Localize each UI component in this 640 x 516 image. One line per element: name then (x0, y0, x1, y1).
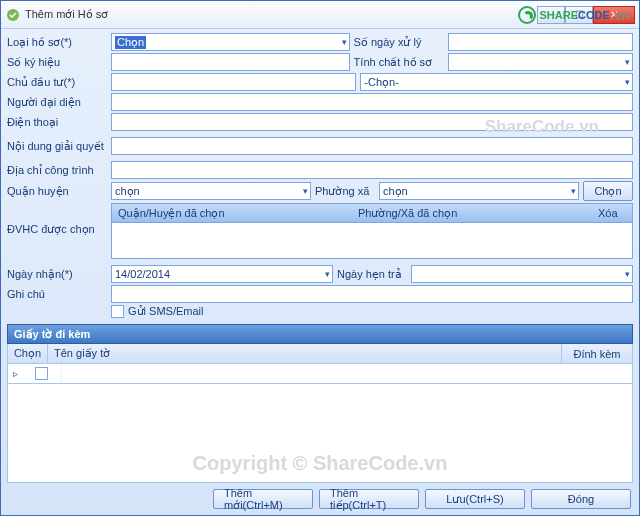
close-button[interactable]: ✕ (593, 6, 635, 24)
loai-hs-select[interactable]: Chọn (111, 33, 350, 51)
col-dinh-kem: Đính kèm (562, 344, 632, 363)
phuong-xa-select[interactable]: chọn (379, 182, 579, 200)
label-so-ngay: Số ngày xử lý (354, 36, 444, 49)
label-noi-dung: Nội dung giải quyết (7, 140, 107, 153)
label-loai-hs: Loại hồ sơ(*) (7, 36, 107, 49)
label-chu-dau-tu: Chủ đầu tư(*) (7, 76, 107, 89)
label-dien-thoai: Điện thoại (7, 116, 107, 129)
tinh-chat-select[interactable] (448, 53, 633, 71)
quan-huyen-select[interactable]: chọn (111, 182, 311, 200)
so-ky-hieu-input[interactable] (111, 53, 350, 71)
noi-dung-input[interactable] (111, 137, 633, 155)
docs-grid-header: Chọn Tên giấy tờ Đính kèm (7, 344, 633, 364)
chon-button[interactable]: Chọn (583, 181, 633, 201)
app-icon (5, 7, 21, 23)
row-indicator-icon: ▹ (8, 368, 22, 379)
label-ngay-hen: Ngày hẹn trả (337, 268, 407, 281)
minimize-button[interactable]: ─ (537, 6, 565, 24)
docs-grid-row[interactable]: ▹ (7, 364, 633, 384)
dia-chi-input[interactable] (111, 161, 633, 179)
row-checkbox[interactable] (35, 367, 48, 380)
them-tiep-button[interactable]: Thêm tiếp(Ctrl+T) (319, 489, 419, 509)
chu-dau-tu-input[interactable] (111, 73, 356, 91)
label-phuong-xa: Phường xã (315, 185, 375, 198)
col-xoa: Xóa (592, 207, 632, 219)
col-chon: Chọn (8, 344, 48, 363)
dvhc-grid-body[interactable] (111, 223, 633, 259)
dvhc-grid-header: Quận/Huyện đã chọn Phường/Xã đã chọn Xóa (111, 203, 633, 223)
them-moi-button[interactable]: Thêm mới(Ctrl+M) (213, 489, 313, 509)
label-sms: Gửi SMS/Email (128, 305, 203, 318)
dien-thoai-input[interactable] (111, 113, 633, 131)
label-dvhc: ĐVHC được chọn (7, 203, 107, 236)
label-ghi-chu: Ghi chú (7, 288, 107, 300)
label-dia-chi: Địa chỉ công trình (7, 164, 107, 177)
col-phuong-xa: Phường/Xã đã chọn (352, 207, 592, 220)
ngay-nhan-input[interactable]: 14/02/2014 (111, 265, 333, 283)
window-title: Thêm mới Hồ sơ (25, 8, 537, 21)
chu-dau-tu-select[interactable]: -Chọn- (360, 73, 633, 91)
docs-grid-body[interactable] (7, 384, 633, 483)
ngay-hen-input[interactable] (411, 265, 633, 283)
col-quan-huyen: Quận/Huyện đã chọn (112, 207, 352, 220)
titlebar[interactable]: Thêm mới Hồ sơ ─ ☐ ✕ (1, 1, 639, 29)
ghi-chu-input[interactable] (111, 285, 633, 303)
label-tinh-chat: Tính chất hồ sơ (354, 56, 444, 69)
so-ngay-input[interactable] (448, 33, 633, 51)
footer: Thêm mới(Ctrl+M) Thêm tiếp(Ctrl+T) Lưu(C… (7, 483, 633, 511)
nguoi-dd-input[interactable] (111, 93, 633, 111)
label-so-ky-hieu: Số ký hiệu (7, 56, 107, 69)
maximize-button[interactable]: ☐ (565, 6, 593, 24)
label-ngay-nhan: Ngày nhận(*) (7, 268, 107, 281)
window: Thêm mới Hồ sơ ─ ☐ ✕ Loại hồ sơ(*) Chọn … (0, 0, 640, 516)
label-nguoi-dd: Người đại diện (7, 96, 107, 109)
col-ten: Tên giấy tờ (48, 344, 562, 363)
label-quan-huyen: Quận huyện (7, 185, 107, 198)
client-area: Loại hồ sơ(*) Chọn Số ngày xử lý Số ký h… (1, 29, 639, 515)
luu-button[interactable]: Lưu(Ctrl+S) (425, 489, 525, 509)
sms-checkbox[interactable] (111, 305, 124, 318)
attachments-panel-header[interactable]: Giấy tờ đi kèm (7, 324, 633, 344)
dong-button[interactable]: Đóng (531, 489, 631, 509)
